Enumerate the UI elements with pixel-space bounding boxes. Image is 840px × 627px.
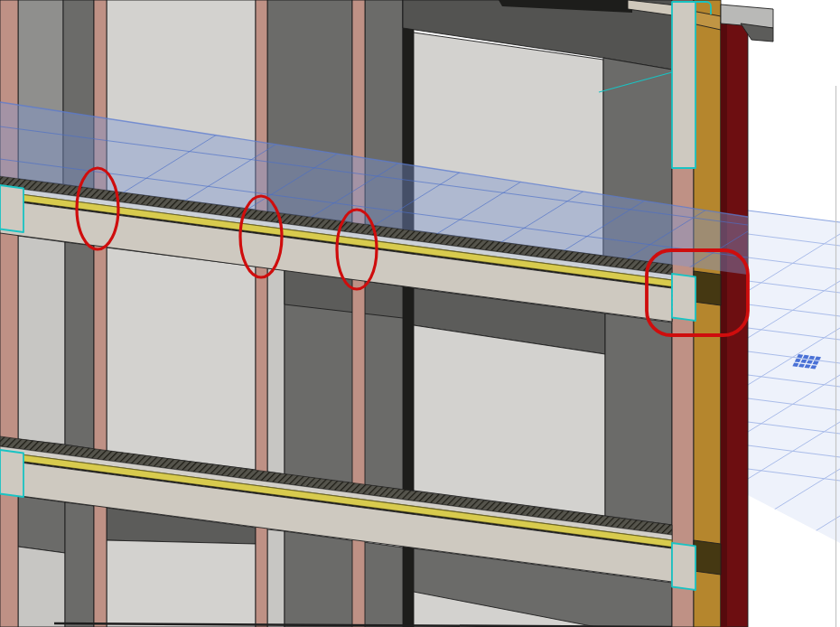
- stud-b[interactable]: [256, 0, 267, 627]
- window-soffit-bottom-left: [18, 496, 65, 553]
- wall-panel-bottom-left[interactable]: [107, 540, 256, 627]
- stud-left-edge[interactable]: [0, 0, 18, 627]
- wall-layer-timber-gold[interactable]: [694, 0, 721, 627]
- stud-a[interactable]: [94, 0, 107, 627]
- window-jamb-bottom[interactable]: [267, 529, 285, 627]
- cladding-red-shade: [721, 22, 727, 627]
- window-recess-bottom-left[interactable]: [65, 502, 94, 627]
- wall-side-panel-bottom[interactable]: [18, 547, 65, 627]
- window-recess-bottom-center[interactable]: [285, 531, 403, 627]
- timber-notch-upper: [694, 271, 721, 305]
- model-scene: [0, 0, 840, 627]
- selected-beam-end-lower-left[interactable]: [0, 450, 23, 497]
- timber-notch-lower: [694, 540, 721, 575]
- corner-side-face-mid[interactable]: [605, 314, 672, 525]
- model-3d-viewport[interactable]: [0, 0, 840, 627]
- window-recess-mid-left[interactable]: [65, 242, 94, 449]
- selected-column-end[interactable]: [672, 2, 695, 168]
- window-jamb-mid[interactable]: [267, 268, 285, 474]
- wall-panel-mid-left[interactable]: [107, 248, 256, 470]
- wall-side-panel-mid[interactable]: [18, 236, 65, 445]
- selected-beam-end-upper-left[interactable]: [0, 185, 23, 232]
- selected-beam-end-lower-right[interactable]: [672, 543, 695, 590]
- wall-panel-mid-right[interactable]: [414, 325, 605, 516]
- selected-beam-end-upper-right[interactable]: [672, 274, 695, 321]
